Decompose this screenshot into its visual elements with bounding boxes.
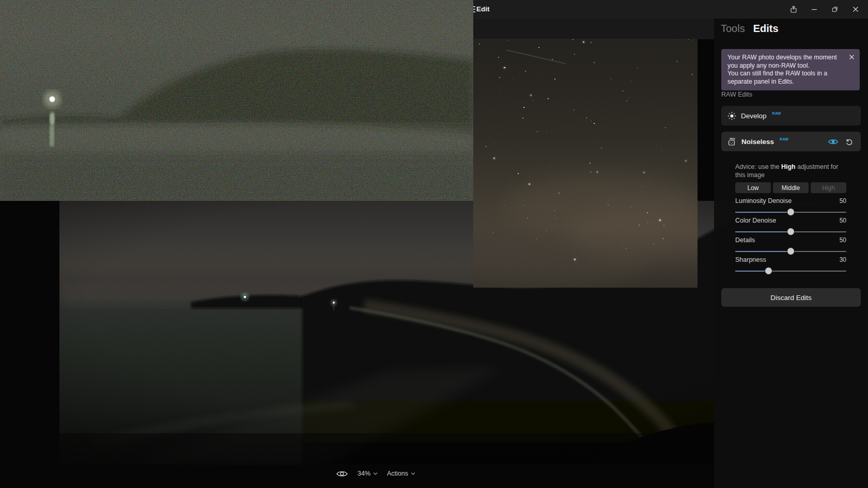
app-window: { "titlebar": { "menu_label": "Edit", "c… — [0, 0, 868, 488]
slider-label: Luminosity Denoise — [735, 197, 792, 206]
slider-handle[interactable] — [787, 209, 794, 215]
edit-sidebar: Tools Edits Your RAW photo develops the … — [714, 19, 868, 488]
slider-value: 50 — [840, 237, 846, 245]
slider-track[interactable] — [735, 209, 846, 215]
raw-badge: RAW — [772, 112, 781, 115]
edit-mode-label: Edit — [476, 5, 490, 13]
eye-icon — [828, 138, 839, 146]
slider-track[interactable] — [735, 267, 846, 274]
actions-label: Actions — [387, 470, 408, 477]
tab-edits[interactable]: Edits — [753, 23, 779, 35]
minimize-button[interactable] — [809, 4, 819, 15]
maximize-restore-icon — [831, 6, 839, 13]
starry-sky-photo — [473, 39, 698, 288]
eye-icon — [336, 469, 348, 478]
notification-line: Your RAW photo develops the moment you a… — [727, 54, 845, 70]
raw-badge: RAW — [780, 137, 788, 141]
slider-track[interactable] — [735, 248, 846, 255]
slider-luminosity-denoise: Luminosity Denoise 50 — [735, 197, 846, 215]
strength-button-middle[interactable]: Middle — [773, 182, 809, 193]
sun-icon — [727, 112, 736, 120]
actions-dropdown[interactable]: Actions — [387, 470, 415, 477]
zoom-level-value: 34% — [358, 470, 370, 477]
develop-label: Develop — [741, 112, 767, 120]
slider-label: Sharpness — [735, 256, 766, 264]
noiseless-visibility-toggle[interactable] — [827, 136, 839, 147]
raw-edits-section-label: RAW Edits — [721, 91, 752, 98]
close-button[interactable] — [850, 4, 861, 15]
compare-eye-button[interactable] — [336, 469, 348, 478]
window-controls — [788, 0, 868, 19]
noiseless-panel[interactable]: PRO Noiseless RAW — [721, 132, 861, 151]
slider-sharpness: Sharpness 30 — [735, 256, 846, 274]
svg-text:PRO: PRO — [730, 137, 735, 140]
slider-handle[interactable] — [765, 267, 772, 274]
notification-line: You can still find the RAW tools in a se… — [727, 70, 845, 86]
slider-value: 50 — [840, 197, 846, 206]
slider-details: Details 50 — [735, 237, 846, 254]
chevron-down-icon — [411, 472, 415, 475]
discard-edits-button[interactable]: Discard Edits — [721, 288, 861, 307]
raw-develop-notification: Your RAW photo develops the moment you a… — [721, 49, 860, 90]
slider-value: 50 — [840, 217, 846, 225]
slider-color-denoise: Color Denoise 50 — [735, 217, 846, 234]
zoom-level-dropdown[interactable]: 34% — [358, 470, 378, 477]
chevron-down-icon — [373, 472, 378, 475]
notification-close-button[interactable] — [848, 53, 855, 60]
share-icon — [789, 5, 798, 13]
sidebar-tabs: Tools Edits — [721, 23, 779, 35]
develop-panel[interactable]: Develop RAW — [721, 106, 861, 125]
noiseless-reset-button[interactable] — [843, 136, 855, 147]
close-icon — [849, 54, 855, 60]
slider-track[interactable] — [735, 228, 846, 235]
minimize-icon — [811, 6, 818, 13]
slider-handle[interactable] — [787, 228, 794, 235]
slider-label: Details — [735, 237, 755, 245]
undo-icon — [845, 138, 853, 146]
slider-value: 30 — [840, 256, 846, 264]
slider-handle[interactable] — [787, 248, 794, 255]
close-icon — [852, 6, 859, 13]
noiseless-label: Noiseless — [741, 138, 774, 146]
raw-noise-preview-photo — [0, 0, 473, 201]
film-grain-overlay — [473, 39, 698, 288]
strength-button-high[interactable]: High — [811, 182, 846, 193]
share-button[interactable] — [788, 4, 799, 15]
canvas-toolbar: 34% Actions — [336, 467, 415, 480]
slider-label: Color Denoise — [735, 217, 776, 225]
advice-text: Advice: use the High adjustment for this… — [735, 163, 848, 179]
strength-button-low[interactable]: Low — [735, 182, 771, 193]
tab-tools[interactable]: Tools — [721, 23, 745, 35]
maximize-button[interactable] — [830, 4, 840, 15]
noiseless-pro-icon: PRO — [727, 137, 737, 146]
luminance-noise-overlay — [0, 0, 473, 201]
strength-button-group: Low Middle High — [735, 182, 846, 193]
